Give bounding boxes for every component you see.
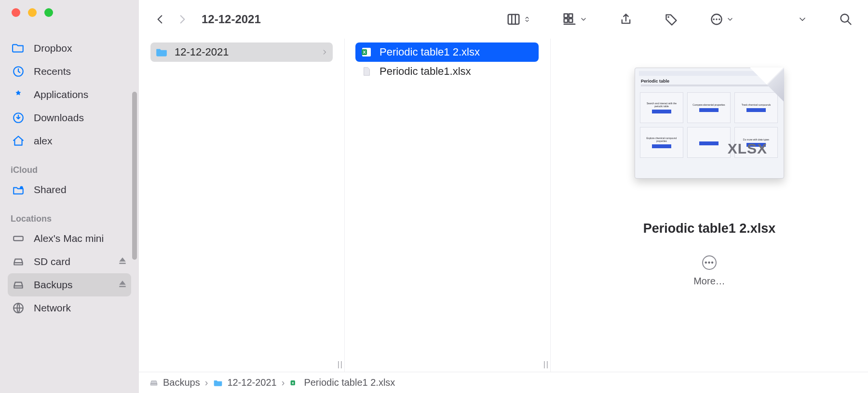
window-controls: [0, 0, 139, 25]
xlsx-icon: X: [360, 46, 373, 58]
preview-pane: Periodic table Search and interact with …: [551, 39, 868, 372]
tags-button[interactable]: [665, 13, 678, 26]
thumb-title: Periodic table: [641, 79, 669, 84]
disk-icon: [12, 278, 25, 292]
sidebar-item-network[interactable]: Network: [8, 296, 131, 320]
svg-point-15: [716, 18, 718, 20]
sidebar-item-sdcard[interactable]: SD card: [8, 250, 131, 273]
sidebar-item-label: SD card: [34, 256, 70, 267]
sidebar-item-backups[interactable]: Backups: [8, 273, 131, 296]
sidebar-item-applications[interactable]: Applications: [8, 83, 131, 106]
svg-rect-3: [14, 237, 23, 241]
path-separator: ›: [205, 377, 208, 388]
svg-rect-4: [119, 263, 125, 264]
svg-point-12: [667, 16, 669, 18]
folder-icon: [155, 46, 168, 58]
overflow-button[interactable]: [798, 14, 807, 24]
folder-icon: [213, 378, 223, 388]
svg-rect-10: [564, 19, 568, 23]
close-window-button[interactable]: [12, 8, 20, 17]
column-resize-handle[interactable]: ||: [338, 360, 343, 369]
forward-button[interactable]: [173, 10, 192, 29]
path-segment[interactable]: Backups: [149, 377, 200, 388]
folder-icon: [12, 42, 25, 55]
minimize-window-button[interactable]: [28, 8, 37, 17]
file-icon: [360, 65, 373, 78]
path-label: Backups: [163, 377, 200, 388]
toolbar: 12-12-2021: [139, 0, 868, 39]
globe-icon: [12, 301, 25, 315]
svg-rect-7: [508, 14, 519, 24]
sidebar-item-dropbox[interactable]: Dropbox: [8, 37, 131, 60]
sidebar-item-label: Backups: [34, 279, 73, 291]
file-type-badge: XLSX: [728, 140, 767, 157]
file-row[interactable]: X Periodic table1 2.xlsx: [355, 42, 539, 62]
shared-folder-icon: [12, 183, 25, 196]
sidebar-item-label: Downloads: [34, 112, 84, 124]
sidebar-list: Dropbox Recents Applications Downloads a…: [0, 25, 139, 393]
sidebar-item-label: alex: [34, 135, 53, 147]
svg-rect-9: [569, 14, 573, 18]
maximize-window-button[interactable]: [44, 8, 53, 17]
svg-rect-11: [569, 19, 573, 23]
row-label: 12-12-2021: [175, 46, 229, 58]
svg-point-14: [713, 18, 715, 20]
file-row[interactable]: Periodic table1.xlsx: [355, 62, 539, 81]
svg-point-16: [719, 18, 720, 20]
home-icon: [12, 134, 25, 148]
disk-icon: [12, 255, 25, 268]
sidebar-item-home[interactable]: alex: [8, 129, 131, 153]
path-segment[interactable]: 12-12-2021: [213, 377, 276, 388]
actions-button[interactable]: [710, 13, 734, 26]
more-label: More…: [693, 276, 725, 287]
sidebar-section-locations: Locations: [8, 201, 131, 227]
sidebar-item-label: Applications: [34, 89, 88, 100]
group-by-button[interactable]: [562, 12, 587, 27]
more-icon: •••: [702, 255, 717, 270]
share-button[interactable]: [619, 13, 633, 26]
sidebar-section-icloud: iCloud: [8, 153, 131, 178]
sidebar-item-label: Recents: [34, 66, 71, 77]
column-resize-handle[interactable]: ||: [543, 360, 549, 369]
path-label: Periodic table1 2.xlsx: [304, 377, 395, 388]
sidebar-item-mac[interactable]: Alex's Mac mini: [8, 227, 131, 250]
column-2: X Periodic table1 2.xlsx Periodic table1…: [345, 39, 551, 372]
sidebar-item-downloads[interactable]: Downloads: [8, 106, 131, 129]
machine-icon: [12, 232, 25, 245]
path-label: 12-12-2021: [227, 377, 276, 388]
svg-text:X: X: [363, 50, 366, 55]
xlsx-icon: X: [289, 378, 300, 388]
eject-icon[interactable]: [118, 256, 127, 268]
sidebar-item-label: Network: [34, 302, 71, 314]
svg-rect-5: [119, 286, 125, 287]
sidebar-item-recents[interactable]: Recents: [8, 60, 131, 83]
folder-row[interactable]: 12-12-2021: [150, 42, 333, 62]
path-separator: ›: [282, 377, 285, 388]
preview-filename: Periodic table1 2.xlsx: [643, 221, 776, 236]
sidebar: Dropbox Recents Applications Downloads a…: [0, 0, 139, 393]
disk-icon: [149, 378, 159, 388]
chevron-right-icon: [321, 46, 328, 58]
preview-more-button[interactable]: ••• More…: [693, 255, 725, 287]
eject-icon[interactable]: [118, 279, 127, 291]
sidebar-scrollbar[interactable]: [132, 92, 137, 260]
back-button[interactable]: [150, 10, 170, 29]
sidebar-item-shared[interactable]: Shared: [8, 178, 131, 201]
row-label: Periodic table1.xlsx: [380, 65, 471, 78]
file-thumbnail[interactable]: Periodic table Search and interact with …: [635, 68, 784, 179]
sidebar-item-label: Shared: [34, 184, 67, 196]
view-mode-button[interactable]: [506, 12, 530, 27]
svg-rect-8: [564, 14, 568, 18]
sidebar-item-label: Alex's Mac mini: [34, 233, 104, 244]
svg-text:X: X: [292, 380, 294, 385]
row-label: Periodic table1 2.xlsx: [380, 46, 480, 58]
path-bar: Backups › 12-12-2021 › X Periodic table1…: [139, 372, 868, 393]
download-icon: [12, 111, 25, 125]
path-segment[interactable]: X Periodic table1 2.xlsx: [289, 377, 395, 388]
search-button[interactable]: [839, 13, 853, 26]
window-title: 12-12-2021: [202, 13, 261, 26]
svg-point-2: [20, 186, 23, 189]
column-browser: 12-12-2021 || X Periodic table1 2.xlsx P…: [139, 39, 868, 372]
finder-window: Dropbox Recents Applications Downloads a…: [0, 0, 868, 393]
apps-icon: [12, 88, 25, 101]
